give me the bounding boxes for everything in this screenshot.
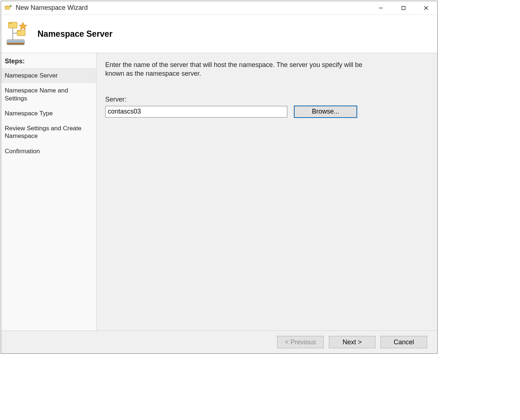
wizard-footer: < Previous Next > Cancel [1, 331, 437, 353]
svg-marker-2 [10, 4, 12, 7]
svg-rect-4 [402, 6, 405, 9]
titlebar: New Namespace Wizard [1, 1, 437, 15]
svg-rect-8 [8, 22, 12, 24]
steps-sidebar: Steps: Namespace Server Namespace Name a… [1, 53, 96, 330]
step-namespace-type[interactable]: Namespace Type [1, 106, 96, 121]
step-namespace-server[interactable]: Namespace Server [1, 68, 96, 83]
wizard-body: Steps: Namespace Server Namespace Name a… [1, 53, 437, 331]
previous-button[interactable]: < Previous [277, 336, 324, 348]
svg-rect-14 [17, 30, 20, 32]
minimize-button[interactable] [370, 1, 392, 15]
content-pane: Enter the name of the server that will h… [96, 53, 437, 330]
server-field-row: Browse... [105, 106, 426, 118]
step-confirmation[interactable]: Confirmation [1, 144, 96, 159]
svg-rect-16 [8, 41, 23, 42]
page-title: Namespace Server [38, 29, 113, 39]
browse-button[interactable]: Browse... [294, 106, 357, 118]
window-controls [370, 1, 437, 15]
maximize-button[interactable] [392, 1, 415, 15]
server-input[interactable] [105, 106, 287, 118]
svg-rect-1 [5, 6, 10, 7]
instruction-text: Enter the name of the server that will h… [105, 60, 371, 78]
svg-rect-17 [7, 43, 24, 45]
window-title: New Namespace Wizard [16, 4, 370, 12]
steps-header: Steps: [1, 55, 96, 68]
svg-marker-9 [19, 22, 27, 30]
next-button[interactable]: Next > [329, 336, 375, 348]
step-namespace-name-settings[interactable]: Namespace Name and Settings [1, 83, 96, 106]
namespace-tree-icon [5, 21, 31, 47]
wizard-icon [4, 4, 12, 12]
cancel-button[interactable]: Cancel [381, 336, 427, 348]
server-label: Server: [105, 96, 426, 103]
step-review-create[interactable]: Review Settings and Create Namespace [1, 121, 96, 144]
wizard-header: Namespace Server [1, 15, 437, 53]
close-button[interactable] [415, 1, 437, 15]
